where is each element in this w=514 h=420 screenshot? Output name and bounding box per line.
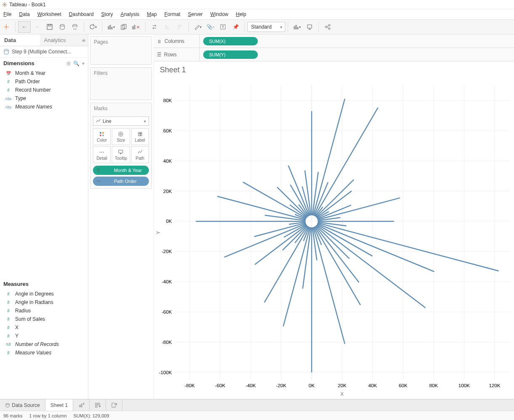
rows-shelf[interactable]: ☰Rows SUM(Y) — [154, 48, 514, 61]
field-x[interactable]: #X — [0, 323, 88, 332]
field-type[interactable]: AbcType — [0, 94, 88, 103]
new-dashboard-button[interactable]: + — [90, 399, 106, 411]
mark-pill-month-year[interactable]: ⠿Month & Year — [93, 166, 149, 175]
tableau-logo-icon — [2, 2, 8, 8]
svg-line-93 — [318, 198, 400, 220]
svg-rect-28 — [307, 25, 312, 28]
menu-window[interactable]: Window — [210, 11, 228, 17]
menu-analysis[interactable]: Analysis — [121, 11, 140, 17]
pause-button[interactable] — [69, 21, 81, 33]
tableau-icon[interactable] — [0, 21, 13, 33]
mark-color-button[interactable]: Color — [93, 128, 111, 145]
refresh-button[interactable]: ▾ — [87, 21, 99, 33]
menu-dropdown-icon[interactable]: ▾ — [82, 61, 85, 66]
svg-point-46 — [101, 152, 102, 153]
svg-text:80K: 80K — [429, 383, 438, 388]
datasource-tab[interactable]: Data Source — [0, 399, 45, 411]
forward-button[interactable]: → — [31, 21, 43, 33]
status-bar: 96 marks 1 row by 1 column SUM(X): 129,0… — [0, 411, 514, 420]
sheet-tab[interactable]: Sheet 1 — [45, 399, 73, 411]
new-worksheet-button[interactable]: ▾ — [105, 21, 117, 33]
duplicate-button[interactable] — [117, 21, 130, 33]
search-icon[interactable]: 🔍 — [73, 61, 79, 66]
field-path-order[interactable]: #Path Order — [0, 77, 88, 86]
new-story-button[interactable]: + — [106, 399, 122, 411]
columns-pill[interactable]: SUM(X) — [203, 37, 258, 45]
pages-shelf[interactable]: Pages — [90, 36, 152, 65]
svg-rect-144 — [81, 404, 82, 407]
menu-help[interactable]: Help — [236, 11, 246, 17]
svg-point-47 — [103, 152, 104, 153]
mark-size-button[interactable]: Size — [112, 128, 130, 145]
menu-server[interactable]: Server — [188, 11, 203, 17]
svg-line-113 — [217, 196, 306, 220]
menu-dashboard[interactable]: Dashboard — [69, 11, 94, 17]
tab-toggle-icon[interactable]: ≑ — [79, 34, 88, 46]
svg-text:-80K: -80K — [162, 339, 172, 345]
back-button[interactable]: ← — [18, 21, 31, 33]
field-measure-values[interactable]: #Measure Values — [0, 349, 88, 357]
mark-type-select[interactable]: Line — [93, 116, 149, 126]
field-angle-in-degrees[interactable]: #Angle in Degrees — [0, 290, 88, 298]
svg-rect-12 — [108, 26, 109, 29]
menu-worksheet[interactable]: Worksheet — [37, 11, 61, 17]
rows-pill[interactable]: SUM(Y) — [203, 50, 258, 59]
highlight-button[interactable]: ▾ — [191, 21, 204, 33]
fit-select[interactable]: Standard — [247, 22, 285, 32]
clear-button[interactable]: ✕ — [130, 21, 143, 33]
bottom-tabs: Data Source Sheet 1 + + + — [0, 399, 514, 411]
presentation-button[interactable] — [303, 21, 316, 33]
swap-button[interactable] — [148, 21, 161, 33]
chart-canvas[interactable]: -80K-60K-40K-20K0K20K40K60K80K100K120K-1… — [154, 79, 514, 399]
svg-line-136 — [317, 224, 434, 272]
group-button[interactable]: 📎▾ — [204, 21, 217, 33]
field-record-number[interactable]: #Record Number — [0, 86, 88, 94]
window-title: Tableau - Book1 — [9, 2, 46, 8]
field-radius[interactable]: #Radius — [0, 306, 88, 315]
svg-text:120K: 120K — [489, 383, 500, 388]
save-button[interactable] — [43, 21, 56, 33]
columns-shelf[interactable]: ⫼Columns SUM(X) — [154, 34, 514, 48]
menu-map[interactable]: Map — [147, 11, 156, 17]
svg-point-45 — [100, 152, 101, 153]
field-sum-of-sales[interactable]: #Sum of Sales — [0, 315, 88, 323]
field-measure-names[interactable]: AbcMeasure Names — [0, 103, 88, 111]
svg-text:40K: 40K — [368, 383, 377, 388]
columns-icon: ⫼ — [157, 38, 162, 44]
datasource-row[interactable]: Step 9 (Multiple Connect... — [0, 46, 88, 58]
svg-text:T: T — [139, 132, 141, 136]
show-me-button[interactable]: ▾ — [291, 21, 303, 33]
datasource-tab-icon — [5, 403, 10, 408]
mark-path-button[interactable]: Path — [131, 146, 149, 163]
measures-header: Measures — [3, 281, 29, 287]
new-datasource-button[interactable] — [56, 21, 69, 33]
field-month-year[interactable]: 📅Month & Year — [0, 69, 88, 77]
pin-button[interactable]: 📌 — [229, 21, 242, 33]
field-number-of-records[interactable]: =#Number of Records — [0, 340, 88, 349]
mark-pill-path-order[interactable]: 〰Path Order — [93, 177, 149, 186]
mark-detail-button[interactable]: Detail — [93, 146, 111, 163]
labels-button[interactable]: T — [217, 21, 229, 33]
svg-text:60K: 60K — [163, 128, 172, 133]
new-sheet-button[interactable]: + — [73, 399, 90, 411]
share-button[interactable] — [321, 21, 334, 33]
svg-line-132 — [315, 226, 359, 283]
filters-shelf[interactable]: Filters — [90, 67, 152, 100]
field-y[interactable]: #Y — [0, 332, 88, 340]
svg-line-129 — [313, 227, 345, 344]
svg-point-41 — [119, 132, 123, 136]
sort-desc-button[interactable] — [173, 21, 186, 33]
menu-data[interactable]: Data — [19, 11, 29, 17]
menu-format[interactable]: Format — [164, 11, 180, 17]
tab-analytics[interactable]: Analytics — [40, 34, 80, 46]
mark-tooltip-button[interactable]: Tooltip — [112, 146, 130, 163]
sort-asc-button[interactable] — [161, 21, 173, 33]
svg-point-39 — [100, 135, 101, 136]
sheet-title[interactable]: Sheet 1 — [154, 61, 514, 79]
menu-story[interactable]: Story — [101, 11, 113, 17]
tab-data[interactable]: Data — [0, 34, 40, 46]
view-toggle-icon[interactable]: ⊞ — [66, 61, 71, 66]
menu-file[interactable]: File — [3, 11, 11, 17]
field-angle-in-radians[interactable]: #Angle in Radians — [0, 298, 88, 306]
mark-label-button[interactable]: TLabel — [131, 128, 149, 145]
